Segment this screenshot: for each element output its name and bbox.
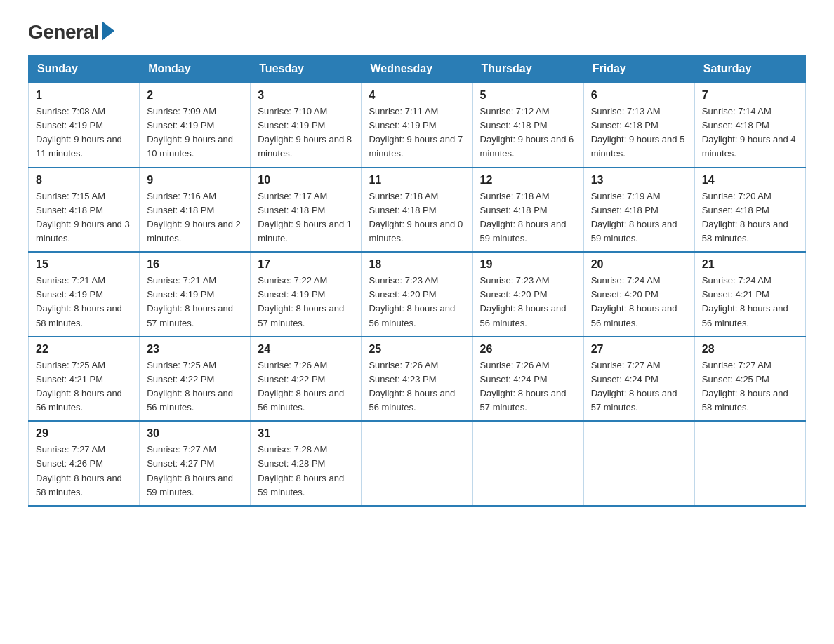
day-number: 6 (591, 89, 687, 102)
day-info: Sunrise: 7:24 AMSunset: 4:20 PMDaylight:… (591, 274, 687, 330)
day-number: 8 (36, 174, 132, 187)
calendar-cell: 18Sunrise: 7:23 AMSunset: 4:20 PMDayligh… (362, 252, 472, 337)
day-number: 3 (258, 89, 354, 102)
day-info: Sunrise: 7:19 AMSunset: 4:18 PMDaylight:… (591, 189, 687, 246)
day-number: 11 (369, 174, 465, 187)
day-info: Sunrise: 7:09 AMSunset: 4:19 PMDaylight:… (147, 105, 243, 161)
calendar-cell: 13Sunrise: 7:19 AMSunset: 4:18 PMDayligh… (583, 168, 694, 253)
day-number: 9 (147, 174, 243, 187)
day-info: Sunrise: 7:25 AMSunset: 4:22 PMDaylight:… (147, 358, 243, 415)
weekday-header-tuesday: Tuesday (251, 55, 362, 83)
logo: General (28, 21, 114, 41)
day-number: 10 (258, 174, 354, 187)
calendar-cell: 20Sunrise: 7:24 AMSunset: 4:20 PMDayligh… (583, 252, 694, 337)
calendar-cell: 1Sunrise: 7:08 AMSunset: 4:19 PMDaylight… (29, 83, 140, 168)
logo-arrow-icon (102, 21, 114, 41)
day-number: 1 (36, 89, 132, 102)
day-info: Sunrise: 7:21 AMSunset: 4:19 PMDaylight:… (147, 274, 243, 330)
calendar-week-4: 22Sunrise: 7:25 AMSunset: 4:21 PMDayligh… (29, 337, 806, 422)
day-number: 14 (702, 174, 798, 187)
day-number: 15 (36, 258, 132, 271)
day-number: 30 (147, 427, 243, 440)
calendar-cell: 11Sunrise: 7:18 AMSunset: 4:18 PMDayligh… (362, 168, 472, 253)
calendar-cell: 28Sunrise: 7:27 AMSunset: 4:25 PMDayligh… (694, 337, 805, 422)
calendar-cell: 19Sunrise: 7:23 AMSunset: 4:20 PMDayligh… (472, 252, 583, 337)
calendar-cell: 9Sunrise: 7:16 AMSunset: 4:18 PMDaylight… (140, 168, 251, 253)
logo-general-text: General (28, 21, 99, 43)
day-number: 21 (702, 258, 798, 271)
calendar-week-3: 15Sunrise: 7:21 AMSunset: 4:19 PMDayligh… (29, 252, 806, 337)
day-info: Sunrise: 7:20 AMSunset: 4:18 PMDaylight:… (702, 189, 798, 246)
day-info: Sunrise: 7:12 AMSunset: 4:18 PMDaylight:… (480, 105, 576, 161)
day-info: Sunrise: 7:27 AMSunset: 4:26 PMDaylight:… (36, 443, 132, 499)
day-info: Sunrise: 7:27 AMSunset: 4:27 PMDaylight:… (147, 443, 243, 499)
day-info: Sunrise: 7:22 AMSunset: 4:19 PMDaylight:… (258, 274, 354, 330)
day-info: Sunrise: 7:24 AMSunset: 4:21 PMDaylight:… (702, 274, 798, 330)
day-number: 2 (147, 89, 243, 102)
day-info: Sunrise: 7:15 AMSunset: 4:18 PMDaylight:… (36, 189, 132, 246)
day-info: Sunrise: 7:27 AMSunset: 4:25 PMDaylight:… (702, 358, 798, 415)
calendar-cell: 29Sunrise: 7:27 AMSunset: 4:26 PMDayligh… (29, 421, 140, 506)
calendar-week-5: 29Sunrise: 7:27 AMSunset: 4:26 PMDayligh… (29, 421, 806, 506)
calendar-cell: 7Sunrise: 7:14 AMSunset: 4:18 PMDaylight… (694, 83, 805, 168)
calendar-cell: 4Sunrise: 7:11 AMSunset: 4:19 PMDaylight… (362, 83, 472, 168)
day-number: 29 (36, 427, 132, 440)
calendar-cell: 3Sunrise: 7:10 AMSunset: 4:19 PMDaylight… (251, 83, 362, 168)
calendar-cell: 2Sunrise: 7:09 AMSunset: 4:19 PMDaylight… (140, 83, 251, 168)
calendar-cell: 27Sunrise: 7:27 AMSunset: 4:24 PMDayligh… (583, 337, 694, 422)
day-number: 16 (147, 258, 243, 271)
calendar-cell: 26Sunrise: 7:26 AMSunset: 4:24 PMDayligh… (472, 337, 583, 422)
day-number: 5 (480, 89, 576, 102)
calendar-week-1: 1Sunrise: 7:08 AMSunset: 4:19 PMDaylight… (29, 83, 806, 168)
calendar-week-2: 8Sunrise: 7:15 AMSunset: 4:18 PMDaylight… (29, 168, 806, 253)
calendar-cell: 23Sunrise: 7:25 AMSunset: 4:22 PMDayligh… (140, 337, 251, 422)
day-info: Sunrise: 7:23 AMSunset: 4:20 PMDaylight:… (369, 274, 465, 330)
calendar-table: SundayMondayTuesdayWednesdayThursdayFrid… (28, 55, 806, 507)
day-number: 7 (702, 89, 798, 102)
weekday-header-monday: Monday (140, 55, 251, 83)
page-header: General (28, 21, 806, 41)
weekday-header-sunday: Sunday (29, 55, 140, 83)
calendar-cell (362, 421, 472, 506)
calendar-cell: 22Sunrise: 7:25 AMSunset: 4:21 PMDayligh… (29, 337, 140, 422)
day-number: 20 (591, 258, 687, 271)
day-number: 23 (147, 343, 243, 356)
day-info: Sunrise: 7:13 AMSunset: 4:18 PMDaylight:… (591, 105, 687, 161)
day-number: 19 (480, 258, 576, 271)
day-info: Sunrise: 7:27 AMSunset: 4:24 PMDaylight:… (591, 358, 687, 415)
day-number: 27 (591, 343, 687, 356)
day-info: Sunrise: 7:17 AMSunset: 4:18 PMDaylight:… (258, 189, 354, 246)
weekday-header-thursday: Thursday (472, 55, 583, 83)
day-info: Sunrise: 7:26 AMSunset: 4:22 PMDaylight:… (258, 358, 354, 415)
day-number: 31 (258, 427, 354, 440)
calendar-header-row: SundayMondayTuesdayWednesdayThursdayFrid… (29, 55, 806, 83)
weekday-header-saturday: Saturday (694, 55, 805, 83)
day-info: Sunrise: 7:26 AMSunset: 4:24 PMDaylight:… (480, 358, 576, 415)
calendar-cell: 21Sunrise: 7:24 AMSunset: 4:21 PMDayligh… (694, 252, 805, 337)
day-info: Sunrise: 7:23 AMSunset: 4:20 PMDaylight:… (480, 274, 576, 330)
day-info: Sunrise: 7:28 AMSunset: 4:28 PMDaylight:… (258, 443, 354, 499)
day-info: Sunrise: 7:21 AMSunset: 4:19 PMDaylight:… (36, 274, 132, 330)
day-info: Sunrise: 7:14 AMSunset: 4:18 PMDaylight:… (702, 105, 798, 161)
calendar-cell (472, 421, 583, 506)
day-info: Sunrise: 7:25 AMSunset: 4:21 PMDaylight:… (36, 358, 132, 415)
calendar-cell: 5Sunrise: 7:12 AMSunset: 4:18 PMDaylight… (472, 83, 583, 168)
calendar-cell: 10Sunrise: 7:17 AMSunset: 4:18 PMDayligh… (251, 168, 362, 253)
calendar-cell: 8Sunrise: 7:15 AMSunset: 4:18 PMDaylight… (29, 168, 140, 253)
day-info: Sunrise: 7:11 AMSunset: 4:19 PMDaylight:… (369, 105, 465, 161)
calendar-cell: 16Sunrise: 7:21 AMSunset: 4:19 PMDayligh… (140, 252, 251, 337)
calendar-cell: 31Sunrise: 7:28 AMSunset: 4:28 PMDayligh… (251, 421, 362, 506)
calendar-cell: 6Sunrise: 7:13 AMSunset: 4:18 PMDaylight… (583, 83, 694, 168)
calendar-cell (583, 421, 694, 506)
calendar-cell: 24Sunrise: 7:26 AMSunset: 4:22 PMDayligh… (251, 337, 362, 422)
day-number: 28 (702, 343, 798, 356)
day-info: Sunrise: 7:26 AMSunset: 4:23 PMDaylight:… (369, 358, 465, 415)
day-number: 25 (369, 343, 465, 356)
day-number: 4 (369, 89, 465, 102)
day-number: 13 (591, 174, 687, 187)
day-info: Sunrise: 7:18 AMSunset: 4:18 PMDaylight:… (480, 189, 576, 246)
calendar-cell: 25Sunrise: 7:26 AMSunset: 4:23 PMDayligh… (362, 337, 472, 422)
weekday-header-friday: Friday (583, 55, 694, 83)
day-number: 22 (36, 343, 132, 356)
calendar-cell: 15Sunrise: 7:21 AMSunset: 4:19 PMDayligh… (29, 252, 140, 337)
